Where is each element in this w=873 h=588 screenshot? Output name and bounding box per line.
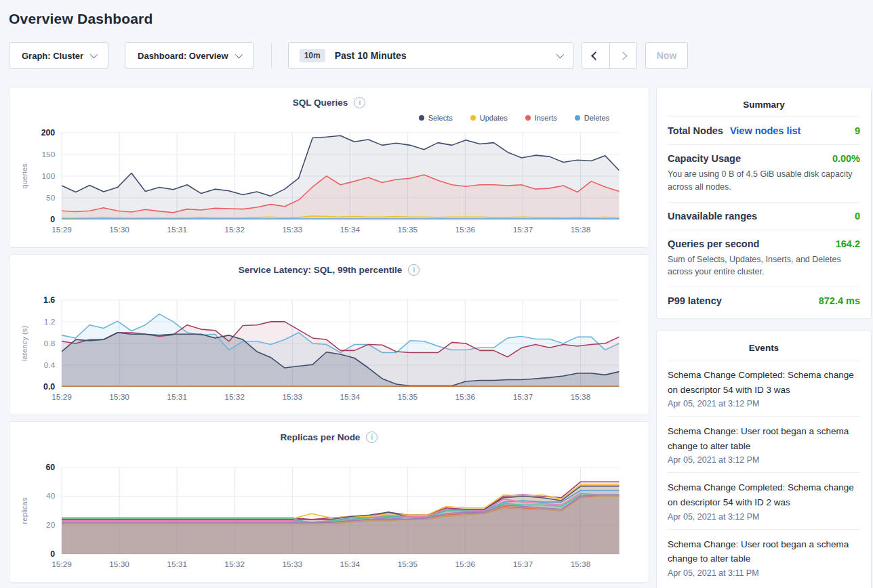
event-item: Schema Change Completed: Schema change o… [668, 472, 860, 528]
spacer [18, 276, 641, 292]
capacity-usage-value: 0.00% [832, 153, 860, 164]
sql-queries-legend: SelectsUpdatesInsertsDeletes [18, 112, 609, 123]
svg-text:0.8: 0.8 [44, 339, 56, 348]
service-latency-chart: 15:2915:3015:3115:3215:3315:3415:3515:36… [18, 292, 641, 410]
legend-item[interactable]: Inserts [525, 112, 557, 123]
svg-text:15:29: 15:29 [52, 392, 72, 402]
chevron-down-icon [235, 51, 242, 58]
qps-label: Queries per second [668, 238, 759, 249]
svg-text:200: 200 [41, 128, 56, 138]
legend-item[interactable]: Selects [419, 112, 453, 123]
svg-text:15:37: 15:37 [513, 392, 533, 402]
event-timestamp: Apr 05, 2021 at 3:12 PM [668, 512, 860, 522]
event-item: Schema Change: User root began a schema … [668, 416, 860, 472]
svg-text:40: 40 [46, 491, 56, 501]
info-icon[interactable]: i [408, 264, 420, 276]
svg-text:15:35: 15:35 [398, 225, 418, 234]
legend-item[interactable]: Deletes [575, 112, 609, 123]
divider [271, 43, 272, 68]
chevron-down-icon [556, 51, 563, 58]
qps-subtext: Sum of Selects, Updates, Inserts, and De… [668, 253, 860, 279]
replicas-per-node-chart: 15:2915:3015:3115:3215:3315:3415:3515:36… [18, 459, 641, 577]
svg-text:15:38: 15:38 [571, 225, 591, 234]
total-nodes-value: 9 [855, 125, 860, 136]
svg-text:60: 60 [46, 463, 56, 472]
summary-row-qps: Queries per second 164.2 Sum of Selects,… [668, 230, 860, 287]
event-text[interactable]: Schema Change: User root began a schema … [668, 424, 860, 453]
qps-value: 164.2 [836, 238, 860, 249]
svg-text:15:33: 15:33 [282, 225, 302, 234]
svg-text:50: 50 [46, 193, 56, 203]
main-content: SQL Queries i SelectsUpdatesInsertsDelet… [9, 87, 872, 588]
svg-text:150: 150 [41, 150, 55, 159]
svg-text:15:34: 15:34 [340, 225, 360, 234]
chart-svg: 15:2915:3015:3115:3215:3315:3415:3515:36… [18, 125, 641, 240]
svg-text:latency (s): latency (s) [20, 326, 28, 361]
time-range-selector[interactable]: 10m Past 10 Minutes [288, 42, 573, 69]
chart-svg: 15:2915:3015:3115:3215:3315:3415:3515:36… [18, 459, 641, 574]
svg-text:0.0: 0.0 [43, 382, 55, 392]
p99-latency-value: 872.4 ms [819, 295, 860, 306]
events-header: Events [668, 340, 860, 360]
svg-text:queries: queries [20, 163, 28, 188]
event-timestamp: Apr 05, 2021 at 3:12 PM [668, 455, 860, 465]
sql-queries-panel: SQL Queries i SelectsUpdatesInsertsDelet… [9, 87, 649, 248]
sidebar: Summary Total Nodes View nodes list 9 Ca… [656, 87, 872, 588]
graph-dropdown[interactable]: Graph: Cluster [9, 42, 108, 69]
svg-text:15:31: 15:31 [167, 225, 187, 234]
graph-dropdown-label: Graph: Cluster [22, 51, 83, 61]
controls-bar: Graph: Cluster Dashboard: Overview 10m P… [9, 42, 872, 69]
info-icon[interactable]: i [366, 432, 378, 443]
svg-text:15:36: 15:36 [455, 560, 476, 569]
service-latency-panel: Service Latency: SQL, 99th percentile i … [9, 254, 649, 415]
event-text[interactable]: Schema Change Completed: Schema change o… [668, 368, 860, 397]
service-latency-title: Service Latency: SQL, 99th percentile [239, 265, 403, 275]
legend-item[interactable]: Updates [470, 112, 508, 123]
svg-text:15:30: 15:30 [109, 392, 129, 402]
summary-row-p99: P99 latency 872.4 ms [668, 287, 860, 314]
event-timestamp: Apr 05, 2021 at 3:12 PM [668, 399, 860, 408]
time-prev-button[interactable] [582, 43, 609, 68]
capacity-usage-label: Capacity Usage [668, 153, 741, 164]
event-text[interactable]: Schema Change Completed: Schema change o… [668, 480, 860, 509]
replicas-per-node-panel: Replicas per Node i 15:2915:3015:3115:32… [9, 421, 649, 583]
svg-text:0: 0 [50, 215, 55, 224]
spacer [18, 443, 641, 459]
capacity-usage-subtext: You are using 0 B of 4.5 GiB usable disk… [668, 168, 860, 194]
sql-queries-chart: 15:2915:3015:3115:3215:3315:3415:3515:36… [18, 125, 641, 243]
svg-text:15:32: 15:32 [224, 392, 245, 402]
unavailable-ranges-value: 0 [855, 211, 860, 222]
svg-text:15:35: 15:35 [398, 560, 418, 569]
chevron-right-icon [619, 51, 628, 60]
svg-text:15:34: 15:34 [340, 392, 360, 402]
svg-text:replicas: replicas [20, 497, 28, 524]
svg-text:1.2: 1.2 [44, 317, 55, 327]
time-nav-group [582, 42, 637, 69]
svg-text:100: 100 [41, 171, 55, 181]
svg-text:15:33: 15:33 [282, 392, 302, 402]
svg-text:15:29: 15:29 [52, 560, 72, 569]
summary-row-total-nodes: Total Nodes View nodes list 9 [668, 117, 860, 144]
chart-svg: 15:2915:3015:3115:3215:3315:3415:3515:36… [18, 292, 641, 407]
view-nodes-list-link[interactable]: View nodes list [730, 125, 801, 136]
event-text[interactable]: Schema Change: User root began a schema … [668, 537, 860, 566]
summary-row-unavailable: Unavailable ranges 0 [668, 202, 860, 230]
svg-text:15:30: 15:30 [109, 225, 129, 234]
svg-text:15:38: 15:38 [571, 392, 591, 402]
total-nodes-label: Total Nodes [668, 125, 723, 136]
info-icon[interactable]: i [354, 97, 365, 108]
event-timestamp: Apr 05, 2021 at 3:11 PM [668, 568, 860, 578]
svg-text:15:36: 15:36 [455, 225, 476, 234]
unavailable-ranges-label: Unavailable ranges [668, 211, 757, 222]
summary-row-capacity: Capacity Usage 0.00% You are using 0 B o… [668, 144, 860, 202]
now-button[interactable]: Now [645, 42, 689, 69]
time-next-button[interactable] [609, 43, 636, 68]
legend-dot-icon [419, 115, 424, 121]
dashboard-dropdown[interactable]: Dashboard: Overview [125, 42, 253, 69]
events-panel: Events Schema Change Completed: Schema c… [656, 330, 872, 588]
svg-text:0.4: 0.4 [44, 360, 56, 370]
svg-text:15:32: 15:32 [224, 225, 245, 234]
replicas-per-node-title: Replicas per Node [281, 432, 361, 442]
svg-text:1.6: 1.6 [43, 295, 55, 305]
svg-text:15:37: 15:37 [513, 560, 533, 569]
